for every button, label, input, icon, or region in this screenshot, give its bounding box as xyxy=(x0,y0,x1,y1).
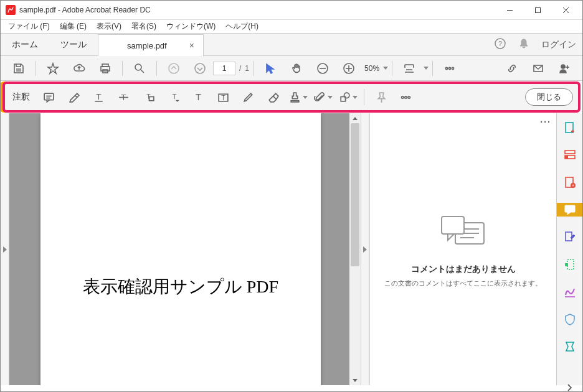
cloud-icon[interactable] xyxy=(69,58,90,79)
underline-icon[interactable]: T xyxy=(87,86,110,108)
scroll-down-icon[interactable] xyxy=(349,375,361,385)
svg-point-22 xyxy=(561,65,565,68)
tab-home[interactable]: ホーム xyxy=(1,34,49,55)
rail-organize-icon[interactable] xyxy=(562,148,577,162)
tab-close-icon[interactable]: × xyxy=(189,40,194,50)
menu-view[interactable]: 表示(V) xyxy=(92,20,126,33)
rail-comments-icon[interactable] xyxy=(557,203,582,217)
rail-fill-sign-icon[interactable] xyxy=(562,230,577,244)
document-panel: 表示確認用サンプル PDF xyxy=(1,113,361,385)
svg-text:?: ? xyxy=(498,40,502,47)
find-icon[interactable] xyxy=(129,58,150,79)
svg-point-18 xyxy=(445,67,447,69)
svg-text:T: T xyxy=(221,93,225,101)
zoom-out-icon[interactable] xyxy=(312,58,333,79)
attachment-icon[interactable] xyxy=(311,86,334,108)
tab-document-name: sample.pdf xyxy=(116,41,178,50)
annotation-toolbar: 注釈 T T T T T T 閉じる xyxy=(2,82,581,113)
svg-rect-7 xyxy=(101,67,110,71)
pencil-icon[interactable] xyxy=(237,86,259,108)
tab-document[interactable]: sample.pdf × xyxy=(98,34,204,56)
rail-compress-icon[interactable] xyxy=(562,340,577,353)
close-annotation-button[interactable]: 閉じる xyxy=(525,88,573,106)
tabbar: ホーム ツール sample.pdf × ? ログイン xyxy=(1,34,582,56)
share-link-icon[interactable] xyxy=(501,58,523,79)
strikethrough-icon[interactable]: T xyxy=(112,86,135,108)
more-tools-icon[interactable] xyxy=(439,58,460,79)
menu-sign[interactable]: 署名(S) xyxy=(126,20,161,33)
login-button[interactable]: ログイン xyxy=(541,39,576,50)
zoom-in-icon[interactable] xyxy=(338,58,359,79)
acrobat-icon xyxy=(6,5,16,15)
svg-point-39 xyxy=(344,93,349,98)
email-icon[interactable] xyxy=(528,58,549,79)
left-sidebar-toggle[interactable] xyxy=(1,113,9,385)
comment-empty-icon xyxy=(435,210,491,254)
comments-empty-subtitle: この文書のコメントはすべてここに表示されます。 xyxy=(384,279,542,288)
sticky-note-icon[interactable] xyxy=(37,86,60,108)
rail-measure-icon[interactable] xyxy=(562,258,577,271)
annotation-more-icon[interactable] xyxy=(394,86,417,108)
replace-text-icon[interactable]: T xyxy=(137,86,159,108)
scroll-up-icon[interactable] xyxy=(349,113,361,123)
page-total: 1 xyxy=(245,64,249,73)
menu-window[interactable]: ウィンドウ(W) xyxy=(161,20,220,33)
rail-collapse-icon[interactable] xyxy=(562,381,577,392)
pin-icon[interactable] xyxy=(369,86,392,108)
page-number-input[interactable] xyxy=(213,62,235,75)
panel-splitter[interactable] xyxy=(361,113,369,385)
svg-point-40 xyxy=(401,96,403,98)
main-toolbar: / 1 50% xyxy=(1,56,582,81)
svg-text:T: T xyxy=(196,91,201,101)
comments-empty-state: コメントはまだありません この文書のコメントはすべてここに表示されます。 xyxy=(370,113,556,385)
svg-rect-49 xyxy=(565,151,575,154)
svg-point-19 xyxy=(448,67,450,69)
vertical-scrollbar[interactable] xyxy=(349,113,361,385)
eraser-icon[interactable] xyxy=(262,86,284,108)
select-tool-icon[interactable] xyxy=(260,58,281,79)
menu-file[interactable]: ファイル (F) xyxy=(3,20,55,33)
bell-icon[interactable] xyxy=(518,37,530,52)
zoom-level[interactable]: 50% xyxy=(364,64,379,73)
svg-point-12 xyxy=(195,63,205,73)
chevron-right-icon xyxy=(3,246,7,253)
minimize-button[interactable] xyxy=(496,1,524,19)
svg-rect-55 xyxy=(565,205,575,212)
rail-protect-icon[interactable] xyxy=(562,312,577,326)
highlight-icon[interactable] xyxy=(62,86,85,108)
stamp-icon[interactable] xyxy=(287,86,309,108)
tab-tools[interactable]: ツール xyxy=(49,34,98,55)
page-up-icon[interactable] xyxy=(163,58,184,79)
chevron-right-icon xyxy=(363,246,367,253)
insert-text-icon[interactable]: T xyxy=(162,86,184,108)
textbox-icon[interactable]: T xyxy=(212,86,234,108)
fit-caret-icon[interactable] xyxy=(424,67,429,70)
rail-edit-pdf-icon[interactable]: + xyxy=(562,175,577,189)
comments-menu-icon[interactable]: ··· xyxy=(540,117,551,127)
svg-point-20 xyxy=(452,67,453,69)
pdf-page[interactable]: 表示確認用サンプル PDF xyxy=(40,113,321,385)
drawing-tools-icon[interactable] xyxy=(336,86,359,108)
right-rail: + xyxy=(556,113,582,385)
share-people-icon[interactable] xyxy=(554,58,575,79)
star-icon[interactable] xyxy=(42,58,64,79)
content-area: 表示確認用サンプル PDF ··· コメントはまだありません この文書のコメント… xyxy=(1,113,582,385)
document-heading: 表示確認用サンプル PDF xyxy=(59,275,303,299)
maximize-button[interactable] xyxy=(524,1,552,19)
menu-edit[interactable]: 編集 (E) xyxy=(55,20,92,33)
svg-rect-51 xyxy=(565,156,568,159)
rail-sign-icon[interactable] xyxy=(562,285,577,299)
scrollbar-thumb[interactable] xyxy=(351,123,359,266)
page-separator: / xyxy=(239,64,241,73)
hand-tool-icon[interactable] xyxy=(286,58,307,79)
menu-help[interactable]: ヘルプ(H) xyxy=(220,20,263,33)
add-text-icon[interactable]: T xyxy=(187,86,209,108)
fit-width-icon[interactable] xyxy=(399,58,420,79)
print-icon[interactable] xyxy=(95,58,116,79)
help-icon[interactable]: ? xyxy=(494,37,506,52)
page-down-icon[interactable] xyxy=(189,58,211,79)
save-icon[interactable] xyxy=(8,58,29,79)
zoom-caret-icon[interactable] xyxy=(383,67,388,70)
rail-create-pdf-icon[interactable] xyxy=(562,121,577,134)
close-window-button[interactable] xyxy=(552,1,580,19)
